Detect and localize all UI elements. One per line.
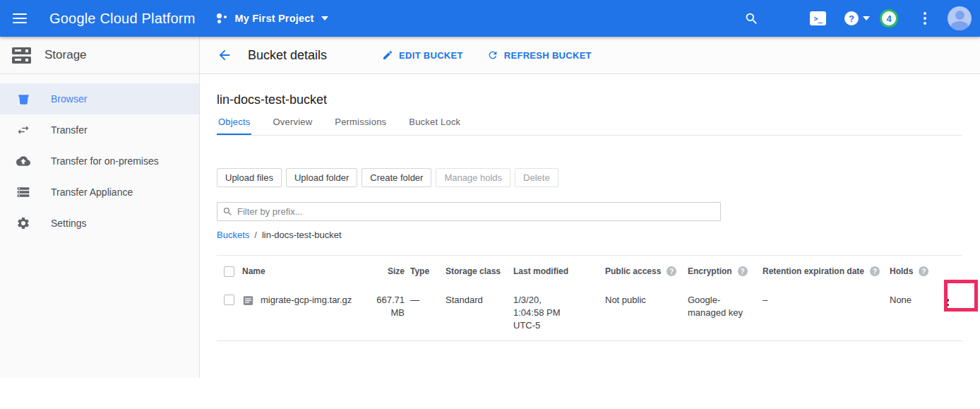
tab-bucket-lock[interactable]: Bucket Lock xyxy=(407,117,462,135)
cell-last-modified: 1/3/20, 1:04:58 PM UTC-5 xyxy=(513,294,605,332)
search-icon xyxy=(222,206,233,217)
cell-name[interactable]: migrate-gcp-img.tar.gz xyxy=(242,294,361,332)
filter-field xyxy=(217,202,721,221)
last-modified-value: 1/3/20, 1:04:58 PM UTC-5 xyxy=(513,294,570,332)
column-header-label: Retention expiration date xyxy=(763,266,864,276)
notification-badge[interactable]: 4 xyxy=(880,9,898,28)
sidebar-nav: Browser Transfer Transfer for on-premise… xyxy=(0,74,199,239)
sidebar-item-transfer-on-premises[interactable]: Transfer for on-premises xyxy=(0,146,199,177)
row-overflow-menu-icon[interactable] xyxy=(940,296,955,314)
back-arrow-icon xyxy=(217,47,232,63)
sidebar-item-label: Transfer for on-premises xyxy=(51,155,159,167)
row-checkbox[interactable] xyxy=(224,295,234,305)
sidebar-item-transfer[interactable]: Transfer xyxy=(0,114,199,146)
back-button[interactable] xyxy=(215,46,234,64)
screen: Google Cloud Platform My First Project >… xyxy=(0,0,980,409)
project-icon xyxy=(217,13,229,25)
encryption-value: Google-managed key xyxy=(688,294,748,319)
appliance-icon xyxy=(16,184,31,200)
hamburger-menu-icon[interactable] xyxy=(4,0,35,37)
tab-permissions[interactable]: Permissions xyxy=(333,117,388,135)
manage-holds-button[interactable]: Manage holds xyxy=(436,168,510,187)
help-icon: ? xyxy=(844,11,859,25)
help-icon[interactable]: ? xyxy=(738,266,748,276)
upload-files-button[interactable]: Upload files xyxy=(217,168,282,187)
bucket-icon xyxy=(16,91,31,107)
column-header-label: Encryption xyxy=(688,266,732,276)
pencil-icon xyxy=(382,49,393,61)
storage-logo-icon xyxy=(12,47,31,64)
filter-input[interactable] xyxy=(237,206,715,217)
select-all-checkbox[interactable] xyxy=(224,266,234,277)
content: Bucket details EDIT BUCKET REFRESH BUCKE… xyxy=(200,37,980,378)
column-header-encryption[interactable]: Encryption ? xyxy=(688,266,763,277)
cloud-shell-icon[interactable]: >_ xyxy=(810,11,826,25)
transfer-arrows-icon xyxy=(16,122,31,138)
column-header-name[interactable]: Name xyxy=(242,266,361,277)
tab-objects[interactable]: Objects xyxy=(217,117,251,135)
avatar[interactable] xyxy=(948,6,972,30)
bucket-name: lin-docs-test-bucket xyxy=(217,74,962,107)
table-header: Name Size Type Storage class Last modifi… xyxy=(217,256,962,285)
cell-row-menu xyxy=(933,294,962,332)
sidebar-item-label: Transfer xyxy=(51,124,88,136)
sidebar-item-browser[interactable]: Browser xyxy=(0,83,199,114)
column-header-retention[interactable]: Retention expiration date ? xyxy=(763,266,890,277)
sidebar-header: Storage xyxy=(0,37,199,74)
column-header-last-modified[interactable]: Last modified xyxy=(513,266,605,277)
app-body: Storage Browser Transfer xyxy=(0,37,980,378)
file-icon xyxy=(242,295,254,307)
refresh-bucket-button[interactable]: REFRESH BUCKET xyxy=(487,49,592,61)
chevron-down-icon xyxy=(863,16,870,20)
gcp-logo: Google Cloud Platform xyxy=(49,11,196,27)
chevron-down-icon xyxy=(321,16,328,20)
object-name[interactable]: migrate-gcp-img.tar.gz xyxy=(261,294,352,307)
help-icon[interactable]: ? xyxy=(667,266,676,276)
column-header-public-access[interactable]: Public access ? xyxy=(605,266,688,277)
breadcrumb-separator: / xyxy=(254,230,257,240)
column-header-holds[interactable]: Holds ? xyxy=(890,266,933,277)
column-header-label: Public access xyxy=(605,266,661,276)
overflow-menu-icon[interactable] xyxy=(918,10,932,27)
edit-bucket-label: EDIT BUCKET xyxy=(399,50,463,61)
tab-overview[interactable]: Overview xyxy=(271,117,313,135)
page-title: Bucket details xyxy=(248,48,327,63)
refresh-icon xyxy=(487,49,498,61)
object-toolbar: Upload files Upload folder Create folder… xyxy=(217,168,962,187)
main-panel: lin-docs-test-bucket Objects Overview Pe… xyxy=(200,74,980,341)
header-checkbox-cell xyxy=(217,266,242,277)
sidebar-item-settings[interactable]: Settings xyxy=(0,208,199,239)
refresh-bucket-label: REFRESH BUCKET xyxy=(504,50,592,61)
search-icon[interactable] xyxy=(744,11,759,26)
sidebar-item-label: Browser xyxy=(51,93,87,105)
project-selector[interactable]: My First Project xyxy=(217,13,328,25)
column-header-size[interactable]: Size xyxy=(361,266,410,277)
sidebar-title: Storage xyxy=(44,48,87,62)
upload-folder-button[interactable]: Upload folder xyxy=(286,168,357,187)
help-menu[interactable]: ? xyxy=(844,11,870,25)
breadcrumb-buckets-link[interactable]: Buckets xyxy=(217,230,249,240)
column-header-type[interactable]: Type xyxy=(410,266,446,277)
cell-storage-class: Standard xyxy=(446,294,513,332)
create-folder-button[interactable]: Create folder xyxy=(361,168,431,187)
sidebar-item-label: Transfer Appliance xyxy=(51,186,133,198)
table-row[interactable]: migrate-gcp-img.tar.gz 667.71 MB — Stand… xyxy=(217,285,962,341)
help-icon[interactable]: ? xyxy=(870,266,880,276)
cell-encryption: Google-managed key xyxy=(688,294,763,332)
cell-type: — xyxy=(410,294,446,332)
edit-bucket-button[interactable]: EDIT BUCKET xyxy=(382,49,463,61)
top-navigation-bar: Google Cloud Platform My First Project >… xyxy=(0,0,980,37)
topbar-right-group: >_ ? 4 xyxy=(744,6,980,30)
cell-size: 667.71 MB xyxy=(361,294,410,332)
sidebar-item-transfer-appliance[interactable]: Transfer Appliance xyxy=(0,177,199,208)
cell-public-access: Not public xyxy=(605,294,688,332)
help-icon[interactable]: ? xyxy=(919,266,928,276)
cell-retention: – xyxy=(763,294,890,332)
delete-button[interactable]: Delete xyxy=(515,168,558,187)
tab-bar: Objects Overview Permissions Bucket Lock xyxy=(217,117,962,136)
cloud-upload-icon xyxy=(16,153,31,169)
breadcrumb: Buckets / lin-docs-test-bucket xyxy=(217,230,962,240)
column-header-storage-class[interactable]: Storage class xyxy=(446,266,513,277)
project-name: My First Project xyxy=(235,13,314,24)
column-header-menu xyxy=(933,266,962,277)
